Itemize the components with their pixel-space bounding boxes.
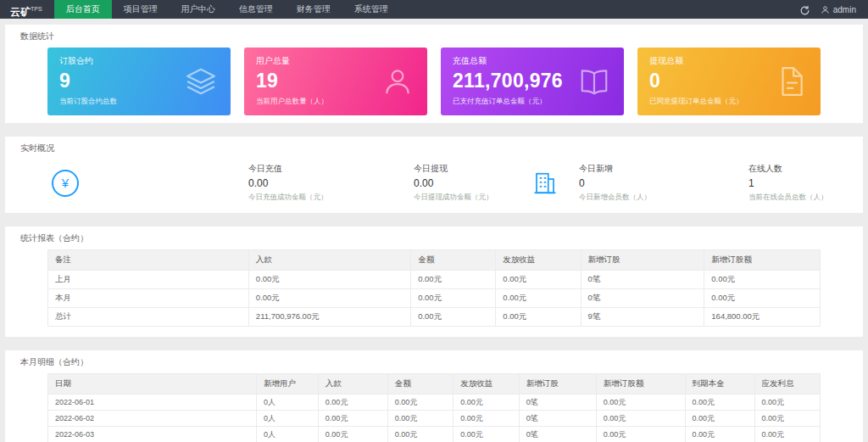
table-cell: 0.00元 [496, 289, 581, 308]
table-cell: 0.00元 [318, 427, 387, 442]
book-icon [578, 65, 610, 98]
column-header: 新增订股 [581, 250, 704, 271]
table-cell: 0.00元 [754, 394, 820, 411]
nav-item-0[interactable]: 后台首页 [54, 0, 112, 19]
report-panel: 统计报表（合约） 备注入款金额发放收益新增订股新增订股额 上月0.00元0.00… [5, 227, 863, 337]
username-label: admin [833, 5, 856, 14]
card-subtitle: 当前用户总数量（人） [256, 97, 415, 107]
stat-subtitle: 今日提现成功金额（元） [414, 193, 507, 203]
table-cell: 0.00元 [453, 394, 519, 411]
table-cell: 2022-06-02 [48, 411, 257, 427]
column-header: 入款 [318, 374, 387, 394]
bank-icon [532, 171, 558, 196]
table-cell: 0.00元 [704, 271, 821, 289]
stat-value: 0.00 [248, 177, 342, 189]
column-header: 新增用户 [256, 374, 318, 394]
section-title-report: 统计报表（合约） [5, 227, 863, 249]
table-cell: 2022-06-01 [48, 394, 257, 411]
table-cell: 0笔 [581, 271, 704, 289]
table-cell: 0.00元 [496, 308, 581, 327]
table-cell: 164,800.00元 [704, 308, 821, 327]
stat-value: 0.00 [414, 177, 507, 189]
stat-subtitle: 当前在线会员总数（人） [748, 193, 850, 203]
table-cell: 0.00元 [496, 271, 581, 289]
table-cell: 0.00元 [248, 271, 410, 289]
column-header: 金额 [411, 250, 496, 271]
user-icon [381, 65, 414, 98]
stat-cards-row: 订股合约 9 当前订股合约总数 用户总量 19 当前用户总数量（人） [5, 48, 863, 123]
table-cell: 0笔 [519, 427, 596, 442]
section-title-data-stats: 数据统计 [5, 25, 863, 48]
table-cell: 0.00元 [754, 427, 820, 442]
card-subtitle: 当前订股合约总数 [59, 97, 219, 107]
table-cell: 本月 [48, 289, 249, 308]
table-cell: 0.00元 [318, 394, 387, 411]
column-header: 发放收益 [453, 374, 519, 394]
nav-item-3[interactable]: 信息管理 [227, 0, 285, 19]
table-cell: 211,700,976.00元 [248, 308, 410, 327]
file-icon [775, 65, 807, 98]
column-header: 新增订股额 [596, 374, 685, 394]
table-cell: 0.00元 [387, 411, 453, 427]
realtime-stat-withdraw: 今日提现 0.00 今日提现成功金额（元） [414, 163, 507, 203]
table-cell: 0笔 [519, 394, 596, 411]
data-stats-panel: 数据统计 订股合约 9 当前订股合约总数 用户总量 19 当前用户总数量（人） [5, 25, 863, 123]
table-cell: 2022-06-03 [48, 427, 257, 442]
stat-label: 今日新增 [579, 163, 672, 175]
realtime-stat-online: 在线人数 1 当前在线会员总数（人） [748, 163, 850, 203]
card-subtitle: 已支付充值订单总金额（元） [453, 97, 612, 107]
app-logo-text: 云矿 [10, 6, 31, 18]
column-header: 日期 [48, 374, 257, 394]
table-row: 2022-06-010人0.00元0.00元0.00元0笔0.00元0.00元0… [48, 394, 821, 411]
nav-item-1[interactable]: 项目管理 [112, 0, 170, 19]
table-cell: 0人 [256, 394, 318, 411]
stat-card-withdraw: 提现总额 0 已同意提现订单总金额（元） [637, 48, 821, 115]
stat-subtitle: 今日充值成功金额（元） [248, 193, 342, 203]
stat-value: 1 [748, 177, 850, 189]
table-cell: 0.00元 [387, 394, 453, 411]
table-row: 上月0.00元0.00元0.00元0笔0.00元 [48, 271, 821, 289]
table-row: 本月0.00元0.00元0.00元0笔0.00元 [48, 289, 821, 308]
app-logo: 云矿TPS [0, 0, 54, 19]
card-subtitle: 已同意提现订单总金额（元） [649, 97, 809, 107]
nav-item-2[interactable]: 用户中心 [170, 0, 227, 19]
stat-card-contracts: 订股合约 9 当前订股合约总数 [47, 48, 231, 115]
stat-label: 今日充值 [248, 163, 342, 175]
table-cell: 0.00元 [387, 427, 453, 442]
table-cell: 0.00元 [453, 411, 519, 427]
report-table: 备注入款金额发放收益新增订股新增订股额 上月0.00元0.00元0.00元0笔0… [47, 249, 821, 327]
table-cell: 0.00元 [754, 411, 820, 427]
user-menu[interactable]: admin [821, 5, 856, 14]
stat-card-users: 用户总量 19 当前用户总数量（人） [244, 48, 427, 115]
table-cell: 0.00元 [685, 427, 754, 442]
table-cell: 0.00元 [596, 394, 685, 411]
table-cell: 9笔 [581, 308, 704, 327]
section-title-detail: 本月明细（合约） [5, 350, 863, 373]
table-cell: 0.00元 [411, 271, 496, 289]
table-header-row: 日期新增用户入款金额发放收益新增订股新增订股额到期本金应发利息 [48, 374, 821, 394]
detail-table-wrap: 日期新增用户入款金额发放收益新增订股新增订股额到期本金应发利息 2022-06-… [5, 373, 863, 442]
layers-icon [185, 65, 217, 98]
table-cell: 0.00元 [318, 411, 387, 427]
stat-value: 0 [579, 177, 672, 189]
table-cell: 上月 [48, 271, 249, 289]
table-cell: 0.00元 [685, 394, 754, 411]
realtime-stat-new-members: 今日新增 0 今日新增会员数（人） [579, 163, 672, 203]
yen-icon: ¥ [52, 170, 79, 197]
table-cell: 0.00元 [596, 411, 685, 427]
table-cell: 总计 [48, 308, 249, 327]
table-cell: 0人 [256, 411, 318, 427]
stat-label: 今日提现 [414, 163, 507, 175]
table-header-row: 备注入款金额发放收益新增订股新增订股额 [48, 250, 821, 271]
nav-menu: 后台首页项目管理用户中心信息管理财务管理系统管理 [54, 0, 400, 19]
nav-item-4[interactable]: 财务管理 [285, 0, 342, 19]
stat-subtitle: 今日新增会员数（人） [579, 193, 672, 203]
table-cell: 0笔 [519, 411, 596, 427]
column-header: 金额 [387, 374, 453, 394]
realtime-panel: 实时概况 ¥ 今日充值 0.00 今日充值成功金额（元） 今日提现 0.00 今… [5, 137, 863, 213]
nav-item-5[interactable]: 系统管理 [342, 0, 400, 19]
table-cell: 0笔 [581, 289, 704, 308]
table-cell: 0.00元 [411, 289, 496, 308]
table-row: 2022-06-020人0.00元0.00元0.00元0笔0.00元0.00元0… [48, 411, 821, 427]
refresh-icon[interactable] [799, 4, 810, 15]
